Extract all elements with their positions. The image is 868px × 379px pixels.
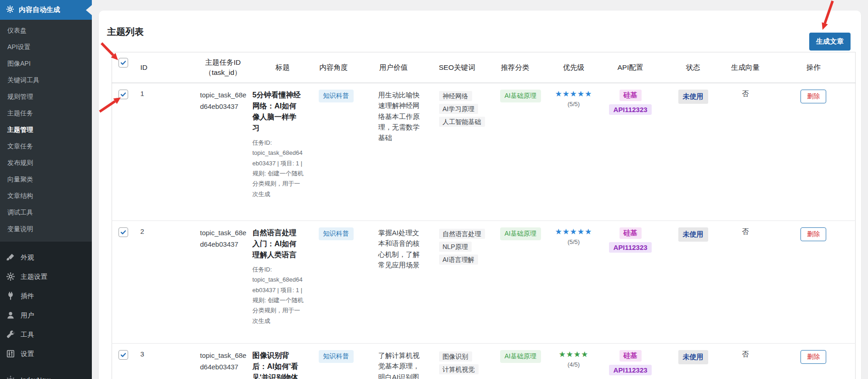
delete-button[interactable]: 删除 [800,90,826,103]
sidebar-item-theme-settings[interactable]: 主题设置 [0,267,92,286]
sidebar-item-label: 用户 [21,311,34,320]
row-checkbox[interactable] [118,227,128,237]
row-task-id: topic_task_68ed64eb03437 [200,90,249,113]
seo-keyword-tag: AI语言理解 [439,255,478,265]
select-all-cell [112,52,135,83]
row-checkbox[interactable] [118,350,128,360]
priority-stars: ★★★★★ [554,227,594,237]
admin-sidebar: 内容自动生成 仪表盘 API设置 图像API 关键词工具 规则管理 主题任务 主… [0,0,92,379]
plugin-submenu: 仪表盘 API设置 图像API 关键词工具 规则管理 主题任务 主题管理 文章任… [0,20,92,242]
sidebar-item-debug-tools[interactable]: 调试工具 [0,204,92,221]
user-icon [6,311,15,320]
row-user-value: 了解计算机视觉基本原理，明白AI识别图像 [378,350,425,379]
generate-articles-button[interactable]: 生成文章 [809,33,851,51]
seo-keyword-tag: 计算机视觉 [439,364,479,374]
sidebar-item-topic-management[interactable]: 主题管理 [0,122,92,138]
status-badge: 未使用 [678,90,708,104]
gear-icon [6,272,15,281]
row-title: 自然语言处理入门：AI如何理解人类语言 [253,227,303,260]
api-config-badge: API112323 [609,242,651,253]
column-header-priority: 优先级 [554,52,594,83]
priority-label: (5/5) [554,238,594,245]
sidebar-item-variable-docs[interactable]: 变量说明 [0,221,92,238]
topics-table: ID 主题任务ID（task_id） 标题 内容角度 用户价值 SEO关键词 推… [112,52,856,379]
plug-icon [6,291,15,300]
sidebar-header-content-autogen[interactable]: 内容自动生成 [0,0,92,20]
column-header-actions: 操作 [772,52,856,83]
column-header-category: 推荐分类 [496,52,554,83]
angle-badge: 知识科普 [319,227,354,240]
priority-stars: ★★★★★ [554,90,594,99]
status-badge: 未使用 [678,227,708,242]
angle-badge: 知识科普 [319,90,354,102]
column-header-task-id: 主题任务ID（task_id） [196,52,251,83]
row-title: 5分钟看懂神经网络：AI如何像人脑一样学习 [253,90,303,134]
select-all-checkbox[interactable] [118,58,128,68]
row-task-id: topic_task_68ed64eb03437 [200,227,249,250]
column-header-api-config: API配置 [594,52,667,83]
category-badge: AI基础原理 [500,90,541,102]
sidebar-item-tools[interactable]: 工具 [0,325,92,344]
sidebar-item-indexnow[interactable]: IndexNow [0,370,92,379]
column-header-status: 状态 [667,52,719,83]
vector-flag: 否 [719,221,772,344]
sidebar-item-appearance[interactable]: 外观 [0,248,92,267]
sidebar-item-plugins[interactable]: 插件 [0,286,92,305]
sliders-icon [6,349,15,358]
row-user-value: 用生动比喻快速理解神经网络基本工作原理，无需数学基础 [378,90,425,143]
sidebar-item-rule-management[interactable]: 规则管理 [0,89,92,105]
sidebar-item-label: 外观 [21,253,34,262]
column-header-id: ID [135,52,196,83]
column-header-seo-keywords: SEO关键词 [434,52,496,83]
row-user-value: 掌握AI处理文本和语音的核心机制，了解常见应用场景 [378,227,425,270]
column-header-angle: 内容角度 [315,52,375,83]
priority-label: (4/5) [554,361,594,368]
table-row: 2 topic_task_68ed64eb03437 自然语言处理入门：AI如何… [112,221,856,344]
column-header-vector: 生成向量 [719,52,772,83]
sidebar-item-topic-tasks[interactable]: 主题任务 [0,105,92,122]
current-menu-notch [86,5,92,15]
api-config-badge: API112323 [609,365,651,375]
vector-flag: 否 [719,344,772,379]
row-select-cell [112,344,135,379]
menu-separator [0,363,92,370]
gear-icon [6,5,14,15]
seo-keyword-tag: 图像识别 [439,351,472,362]
sidebar-item-label: 设置 [21,350,34,358]
brush-icon [6,253,15,262]
sidebar-item-dashboard[interactable]: 仪表盘 [0,23,92,39]
sidebar-header-label: 内容自动生成 [19,6,60,14]
sidebar-item-publish-rules[interactable]: 发布规则 [0,155,92,171]
sidebar-item-label: IndexNow [21,376,50,379]
priority-stars: ★★★★ [554,350,594,359]
row-checkbox[interactable] [118,90,128,99]
api-provider-badge: 硅基 [620,90,642,101]
column-header-title: 标题 [251,52,315,83]
topic-list-card: 主题列表 生成文章 ID 主题任务ID（task_id） 标 [99,11,861,379]
row-meta: 任务ID: topic_task_68ed64eb03437 | 项目: 1 |… [253,138,304,199]
sidebar-item-vector-clustering[interactable]: 向量聚类 [0,171,92,188]
row-id: 2 [135,221,196,344]
row-task-id: topic_task_68ed64eb03437 [200,350,249,373]
row-title: 图像识别背后：AI如何'看见'并识别物体 [253,350,303,379]
topics-table-wrap: ID 主题任务ID（task_id） 标题 内容角度 用户价值 SEO关键词 推… [112,52,855,379]
sidebar-item-settings[interactable]: 设置 [0,344,92,363]
row-meta: 任务ID: topic_task_68ed64eb03437 | 项目: 1 |… [253,265,304,326]
table-header-row: ID 主题任务ID（task_id） 标题 内容角度 用户价值 SEO关键词 推… [112,52,856,83]
table-row: 3 topic_task_68ed64eb03437 图像识别背后：AI如何'看… [112,344,856,379]
delete-button[interactable]: 删除 [800,350,826,364]
delete-button[interactable]: 删除 [800,227,826,241]
sidebar-item-label: 插件 [21,292,34,300]
sidebar-item-label: 工具 [21,330,34,339]
sidebar-item-keyword-tool[interactable]: 关键词工具 [0,72,92,89]
sidebar-item-api-settings[interactable]: API设置 [0,39,92,56]
row-id: 3 [135,344,196,379]
sidebar-item-article-structure[interactable]: 文章结构 [0,188,92,204]
sidebar-item-article-tasks[interactable]: 文章任务 [0,138,92,155]
seo-keyword-tag: 神经网络 [439,91,472,101]
sidebar-item-image-api[interactable]: 图像API [0,56,92,72]
column-header-user-value: 用户价值 [375,52,434,83]
sidebar-item-label: 主题设置 [21,272,47,281]
api-provider-badge: 硅基 [620,350,642,362]
sidebar-item-users[interactable]: 用户 [0,305,92,325]
